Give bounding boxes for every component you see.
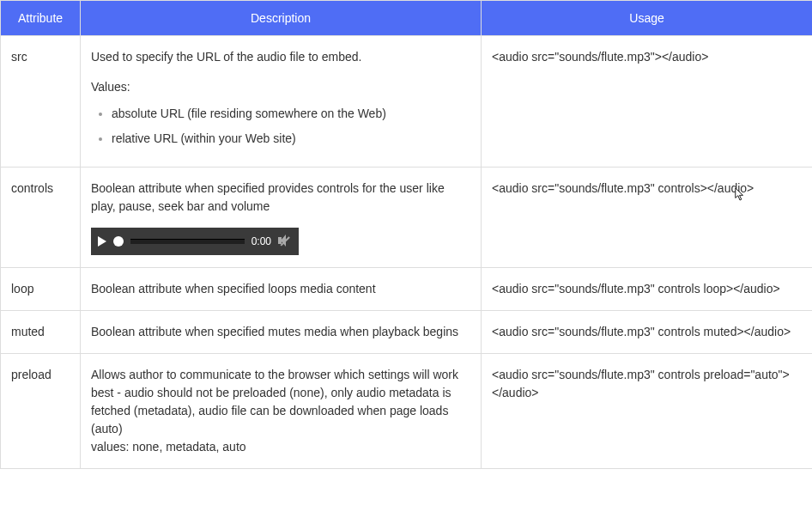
play-icon[interactable] <box>98 236 106 247</box>
desc-text: Boolean attribute when specified provide… <box>91 180 470 216</box>
attr-description: Boolean attribute when specified provide… <box>81 168 482 268</box>
header-usage: Usage <box>482 1 813 36</box>
table-row: loop Boolean attribute when specified lo… <box>1 268 813 311</box>
desc-extra: values: none, metadata, auto <box>91 438 470 456</box>
header-description: Description <box>81 1 482 36</box>
desc-text: Boolean attribute when specified loops m… <box>91 280 470 298</box>
table-row: muted Boolean attribute when specified m… <box>1 311 813 354</box>
attr-usage: <audio src="sounds/flute.mp3" controls><… <box>482 168 813 268</box>
table-row: src Used to specify the URL of the audio… <box>1 36 813 168</box>
values-list: absolute URL (file residing somewhere on… <box>91 105 470 148</box>
list-item: absolute URL (file residing somewhere on… <box>112 105 470 123</box>
header-attribute: Attribute <box>1 1 81 36</box>
attr-name: muted <box>1 311 81 354</box>
attr-usage: <audio src="sounds/flute.mp3"></audio> <box>482 36 813 168</box>
list-item: relative URL (within your Web site) <box>112 130 470 148</box>
audio-player[interactable]: 0:00 <box>91 228 299 255</box>
attr-usage: <audio src="sounds/flute.mp3" controls l… <box>482 268 813 311</box>
attr-name: controls <box>1 168 81 268</box>
table-row: preload Allows author to communicate to … <box>1 354 813 469</box>
desc-text: Allows author to communicate to the brow… <box>91 366 470 438</box>
desc-text: Used to specify the URL of the audio fil… <box>91 48 470 66</box>
time-label: 0:00 <box>251 234 271 249</box>
attr-name: preload <box>1 354 81 469</box>
volume-muted-icon[interactable] <box>278 235 292 248</box>
attr-name: src <box>1 36 81 168</box>
attr-description: Allows author to communicate to the brow… <box>81 354 482 469</box>
table-row: controls Boolean attribute when specifie… <box>1 168 813 268</box>
attr-description: Used to specify the URL of the audio fil… <box>81 36 482 168</box>
attr-usage: <audio src="sounds/flute.mp3" controls m… <box>482 311 813 354</box>
attr-usage: <audio src="sounds/flute.mp3" controls p… <box>482 354 813 469</box>
values-label: Values: <box>91 78 470 96</box>
attr-description: Boolean attribute when specified mutes m… <box>81 311 482 354</box>
attributes-table: Attribute Description Usage src Used to … <box>0 0 812 469</box>
seek-track[interactable] <box>130 239 245 244</box>
usage-text: <audio src="sounds/flute.mp3" controls><… <box>492 181 754 195</box>
seek-thumb[interactable] <box>113 236 124 247</box>
table-header-row: Attribute Description Usage <box>1 1 813 36</box>
attr-description: Boolean attribute when specified loops m… <box>81 268 482 311</box>
desc-text: Boolean attribute when specified mutes m… <box>91 323 470 341</box>
attr-name: loop <box>1 268 81 311</box>
